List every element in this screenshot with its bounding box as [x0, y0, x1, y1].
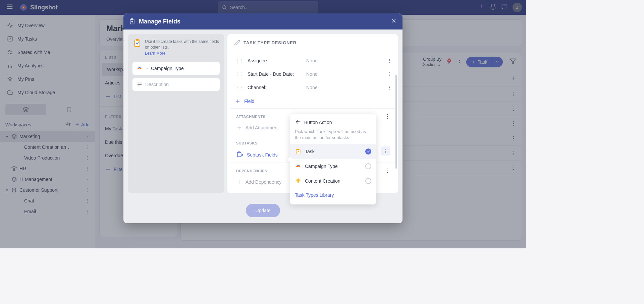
- svg-rect-54: [298, 182, 299, 183]
- drag-handle-icon[interactable]: ⋮⋮: [235, 58, 244, 63]
- handshake-icon: [295, 163, 302, 170]
- drag-handle-icon[interactable]: ⋮⋮: [235, 71, 244, 77]
- popover-item-content[interactable]: Content Creation: [290, 174, 376, 188]
- field-row-channel[interactable]: ⋮⋮ Channel: None ⋮: [230, 81, 396, 94]
- more-icon[interactable]: ⋮: [385, 113, 390, 120]
- svg-point-53: [297, 179, 300, 182]
- text-icon: [137, 81, 143, 87]
- plus-icon: [236, 179, 242, 185]
- drag-handle-icon[interactable]: ⋮⋮: [235, 85, 244, 90]
- campaign-type-card[interactable]: ⌄ Campaign Type: [132, 62, 220, 75]
- clipboard-icon: [295, 148, 302, 155]
- svg-line-58: [297, 179, 297, 180]
- clipboard-template-icon: [133, 39, 142, 48]
- chevron-down-icon: ⌄: [145, 66, 148, 70]
- description-field[interactable]: Description: [132, 78, 220, 91]
- radio-unchecked-icon: [365, 178, 371, 184]
- svg-rect-38: [136, 39, 139, 41]
- svg-rect-37: [135, 40, 140, 47]
- back-icon[interactable]: [295, 119, 301, 126]
- clipboard-icon: [129, 18, 136, 25]
- lightbulb-icon: [295, 178, 302, 184]
- more-icon[interactable]: ⋮: [387, 71, 392, 77]
- popover-desc: Pick which Task Type will be used as the…: [290, 129, 376, 144]
- add-field-button[interactable]: Field: [230, 94, 396, 108]
- more-icon[interactable]: ⋮: [385, 168, 390, 174]
- clipboard-edit-icon: [236, 151, 244, 159]
- field-row-dates[interactable]: ⋮⋮ Start Date - Due Date: None ⋮: [230, 67, 396, 81]
- close-icon[interactable]: [390, 17, 397, 25]
- svg-line-59: [300, 179, 300, 180]
- popover-item-task[interactable]: Task: [290, 144, 376, 159]
- modal-title: Manage Fields: [139, 18, 387, 25]
- field-row-assignee[interactable]: ⋮⋮ Assignee: None ⋮: [230, 54, 396, 67]
- modal-left-panel: Use it to create tasks with the same fie…: [128, 34, 224, 193]
- learn-more-link[interactable]: Learn More: [145, 51, 219, 56]
- button-action-popover: Button Action Pick which Task Type will …: [290, 114, 376, 204]
- pencil-icon: [234, 40, 240, 46]
- popover-item-campaign[interactable]: Campaign Type: [290, 159, 376, 174]
- more-icon[interactable]: ⋮: [387, 85, 392, 90]
- scrollbar[interactable]: [395, 65, 397, 193]
- radio-unchecked-icon: [365, 163, 371, 169]
- update-button[interactable]: Update: [246, 204, 280, 217]
- designer-title: TASK TYPE DESIGNER: [244, 40, 297, 45]
- task-types-library-link[interactable]: Task Types Library: [290, 188, 376, 202]
- info-text: Use it to create tasks with the same fie…: [145, 39, 219, 50]
- handshake-icon: [137, 65, 143, 71]
- more-icon[interactable]: ⋮: [381, 146, 390, 156]
- svg-rect-52: [298, 149, 299, 150]
- check-icon: [365, 148, 371, 155]
- plus-icon: [235, 98, 241, 104]
- more-icon[interactable]: ⋮: [387, 58, 392, 63]
- plus-icon: [236, 125, 242, 131]
- popover-title: Button Action: [304, 120, 332, 125]
